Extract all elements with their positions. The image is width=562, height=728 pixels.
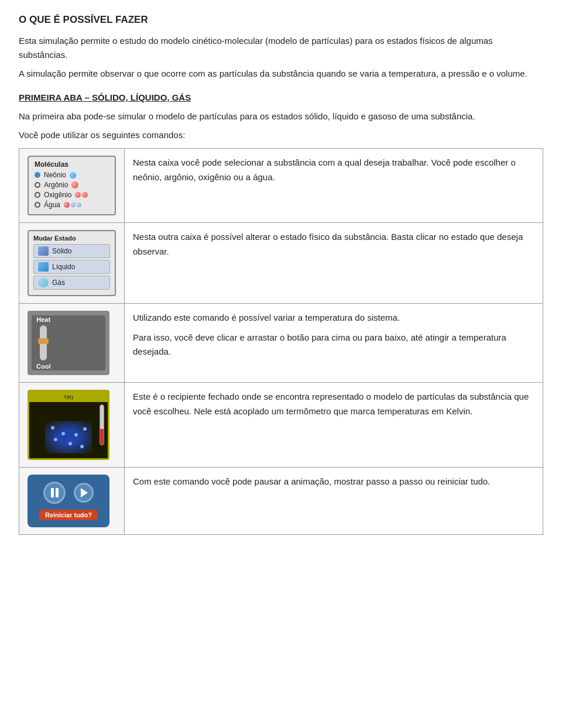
playback-icon-cell: Reiniciar tudo? xyxy=(19,468,125,535)
solid-button[interactable]: Sólido xyxy=(33,244,110,258)
playback-buttons xyxy=(43,482,94,504)
table-row: Heat Cool Utilizando este comando é poss… xyxy=(19,304,543,383)
gas-button[interactable]: Gás xyxy=(33,276,110,290)
state-icon-cell: Mudar Estado Sólido Líquido Gás xyxy=(19,223,125,304)
temperature-slider-thumb[interactable] xyxy=(38,338,49,344)
radio-argon[interactable] xyxy=(35,182,40,188)
molecules-desc-cell: Nesta caixa você pode selecionar a subst… xyxy=(125,149,543,223)
thermometer-fill xyxy=(100,429,104,445)
oxygen-label: Oxigênio xyxy=(44,191,71,199)
vessel-thermometer xyxy=(100,404,104,445)
water-label: Água xyxy=(44,201,60,209)
neon-icon xyxy=(70,172,76,178)
step-icon xyxy=(81,488,88,497)
table-row: Reiniciar tudo? Com este comando você po… xyxy=(19,468,543,535)
commands-label: Você pode utilizar os seguintes comandos… xyxy=(19,128,543,142)
molecules-title: Moléculas xyxy=(35,160,109,169)
gas-label: Gás xyxy=(52,279,65,287)
molecules-box: Moléculas Neônio Argônio xyxy=(28,156,116,215)
state-box: Mudar Estado Sólido Líquido Gás xyxy=(28,230,116,296)
table-row: T(K) Este é o recipiente fechado onde se… xyxy=(19,383,543,468)
particle xyxy=(83,427,87,431)
vessel-icon-cell: T(K) xyxy=(19,383,125,468)
intro-paragraph-1: Esta simulação permite o estudo do model… xyxy=(19,34,543,62)
playback-desc-cell: Com este comando você pode pausar a anim… xyxy=(125,468,543,535)
vessel-widget: T(K) xyxy=(28,390,109,460)
particle xyxy=(68,442,72,445)
neon-label: Neônio xyxy=(44,171,66,179)
heatcool-icon-cell: Heat Cool xyxy=(19,304,125,383)
temperature-slider-track xyxy=(40,325,47,360)
vessel-desc-cell: Este é o recipiente fechado onde se enco… xyxy=(125,383,543,468)
heatcool-description-1: Utilizando este comando é possível varia… xyxy=(133,311,534,325)
heat-cool-widget: Heat Cool xyxy=(28,311,109,375)
state-description: Nesta outra caixa é possível alterar o e… xyxy=(133,232,523,256)
playback-widget: Reiniciar tudo? xyxy=(28,475,109,527)
table-row: Mudar Estado Sólido Líquido Gás Nesta ou… xyxy=(19,223,543,304)
water-icon xyxy=(64,202,81,208)
section1-heading: PRIMEIRA ABA – SÓLIDO, LÍQUIDO, GÁS xyxy=(19,92,543,102)
heatcool-description-2: Para isso, você deve clicar e arrastar o… xyxy=(133,331,534,359)
state-desc-cell: Nesta outra caixa é possível alterar o e… xyxy=(125,223,543,304)
pause-bar-left xyxy=(51,488,54,497)
cool-label: Cool xyxy=(36,363,50,370)
reiniciar-button[interactable]: Reiniciar tudo? xyxy=(39,510,98,520)
heatcool-control: Heat Cool xyxy=(36,316,50,370)
state-title: Mudar Estado xyxy=(33,235,110,242)
step-button[interactable] xyxy=(74,483,94,503)
intro-paragraph-2: A simulação permite observar o que ocorr… xyxy=(19,67,543,81)
heat-label: Heat xyxy=(36,316,50,323)
argon-icon xyxy=(71,181,78,188)
oxygen-icon xyxy=(75,192,88,198)
radio-neon[interactable] xyxy=(35,172,40,178)
table-row: Moléculas Neônio Argônio xyxy=(19,149,543,223)
radio-oxygen[interactable] xyxy=(35,192,40,198)
argon-label: Argônio xyxy=(44,181,68,189)
molecule-oxygen-row: Oxigênio xyxy=(35,191,109,199)
liquid-label: Líquido xyxy=(52,263,75,271)
liquid-button[interactable]: Líquido xyxy=(33,260,110,274)
section1-text: Na primeira aba pode-se simular o modelo… xyxy=(19,109,543,123)
molecule-argon-row: Argônio xyxy=(35,181,109,189)
particle xyxy=(80,445,84,448)
radio-water[interactable] xyxy=(35,202,40,208)
vessel-lid: T(K) xyxy=(29,392,108,402)
molecules-icon-cell: Moléculas Neônio Argônio xyxy=(19,149,125,223)
commands-table: Moléculas Neônio Argônio xyxy=(19,148,543,535)
solid-icon xyxy=(38,246,49,256)
liquid-icon xyxy=(38,262,49,272)
pause-button[interactable] xyxy=(43,482,66,504)
vessel-particles xyxy=(45,421,92,454)
particle xyxy=(74,433,78,437)
gas-icon xyxy=(38,278,49,287)
particle xyxy=(54,438,57,441)
page-title: O QUE É POSSÍVEL FAZER xyxy=(19,14,543,26)
pause-bar-right xyxy=(56,488,59,497)
particle xyxy=(51,426,54,430)
heatcool-desc-cell: Utilizando este comando é possível varia… xyxy=(125,304,543,383)
molecule-water-row: Água xyxy=(35,201,109,209)
vessel-description: Este é o recipiente fechado onde se enco… xyxy=(133,392,529,416)
particle xyxy=(61,432,65,435)
heatcool-inner: Heat Cool xyxy=(32,315,105,370)
molecules-description: Nesta caixa você pode selecionar a subst… xyxy=(133,157,516,182)
pause-icon xyxy=(51,488,59,497)
playback-description: Com este comando você pode pausar a anim… xyxy=(133,476,490,486)
solid-label: Sólido xyxy=(52,247,71,255)
molecule-neon-row: Neônio xyxy=(35,171,109,179)
